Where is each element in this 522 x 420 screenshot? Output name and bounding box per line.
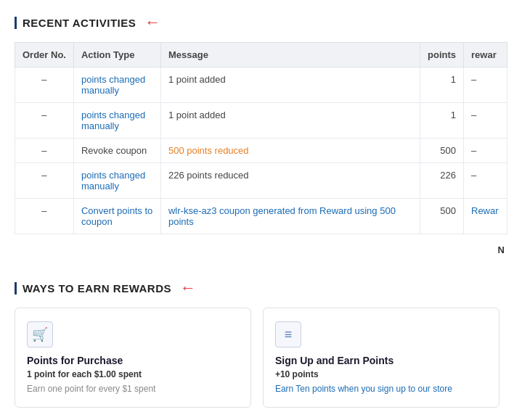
- cell-action-type: points changed manually: [73, 103, 160, 139]
- purchase-icon: 🛒: [27, 321, 53, 347]
- ways-to-earn-arrow: ←: [180, 280, 196, 296]
- cell-points: 1: [420, 67, 464, 103]
- pagination-indicator: N: [15, 240, 507, 260]
- cell-reward: –: [464, 103, 507, 139]
- earn-card: 🛒Points for Purchase1 point for each $1.…: [15, 308, 251, 408]
- col-header-action: Action Type: [73, 43, 160, 67]
- cell-points: 500: [420, 139, 464, 163]
- action-type-link[interactable]: points changed manually: [81, 74, 145, 96]
- col-header-message: Message: [160, 43, 420, 67]
- cell-action-type: Revoke coupon: [73, 139, 160, 163]
- recent-activities-arrow: ←: [144, 15, 160, 30]
- cell-order: –: [15, 103, 74, 139]
- cell-action-type: points changed manually: [73, 67, 160, 103]
- cell-action-type: Convert points to coupon: [73, 199, 160, 234]
- cell-order: –: [15, 163, 74, 199]
- cell-message: 500 points reduced: [160, 139, 420, 163]
- ways-to-earn-header: WAYS TO EARN REWARDS ←: [15, 280, 507, 296]
- cell-action-type: points changed manually: [73, 163, 160, 199]
- table-header-row: Order No. Action Type Message points rew…: [15, 43, 507, 67]
- cell-message: 1 point added: [160, 67, 420, 103]
- cell-points: 1: [420, 103, 464, 139]
- table-row: –Revoke coupon500 points reduced500–: [15, 139, 507, 163]
- cell-points: 226: [420, 163, 464, 199]
- card-title: Sign Up and Earn Points: [275, 355, 487, 366]
- signup-icon: ≡: [275, 321, 301, 347]
- cell-order: –: [15, 139, 74, 163]
- action-type-link[interactable]: Convert points to coupon: [81, 205, 152, 227]
- card-title: Points for Purchase: [27, 355, 239, 366]
- cell-message: 1 point added: [160, 103, 420, 139]
- table-row: –Convert points to couponwlr-kse-az3 cou…: [15, 199, 507, 234]
- cell-points: 500: [420, 199, 464, 234]
- cell-order: –: [15, 199, 74, 234]
- card-description: Earn Ten points when you sign up to our …: [275, 384, 487, 394]
- earn-cards-container: 🛒Points for Purchase1 point for each $1.…: [15, 308, 507, 408]
- table-row: –points changed manually226 points reduc…: [15, 163, 507, 199]
- cell-reward: Rewar: [464, 199, 507, 234]
- card-description: Earn one point for every $1 spent: [27, 384, 239, 394]
- earn-card: ≡Sign Up and Earn Points+10 pointsEarn T…: [263, 308, 499, 408]
- cell-message: 226 points reduced: [160, 163, 420, 199]
- action-type-link[interactable]: points changed manually: [81, 170, 145, 192]
- col-header-points: points: [420, 43, 464, 67]
- cell-reward: –: [464, 67, 507, 103]
- action-type-link[interactable]: points changed manually: [81, 110, 145, 131]
- cell-reward: –: [464, 163, 507, 199]
- cell-message: wlr-kse-az3 coupon generated from Reward…: [160, 199, 420, 234]
- table-row: –points changed manually1 point added1–: [15, 103, 507, 139]
- table-row: –points changed manually1 point added1–: [15, 67, 507, 103]
- col-header-order: Order No.: [15, 43, 74, 67]
- recent-activities-title: RECENT ACTIVITIES: [15, 17, 136, 29]
- cell-order: –: [15, 67, 74, 103]
- ways-to-earn-section: WAYS TO EARN REWARDS ← 🛒Points for Purch…: [15, 280, 507, 408]
- col-header-reward: rewar: [464, 43, 507, 67]
- reward-link[interactable]: Rewar: [471, 205, 499, 216]
- recent-activities-header: RECENT ACTIVITIES ←: [15, 15, 507, 30]
- ways-to-earn-title: WAYS TO EARN REWARDS: [15, 282, 171, 295]
- cell-reward: –: [464, 139, 507, 163]
- activities-table: Order No. Action Type Message points rew…: [15, 42, 507, 234]
- card-subtitle: 1 point for each $1.00 spent: [27, 369, 239, 379]
- card-subtitle: +10 points: [275, 369, 487, 379]
